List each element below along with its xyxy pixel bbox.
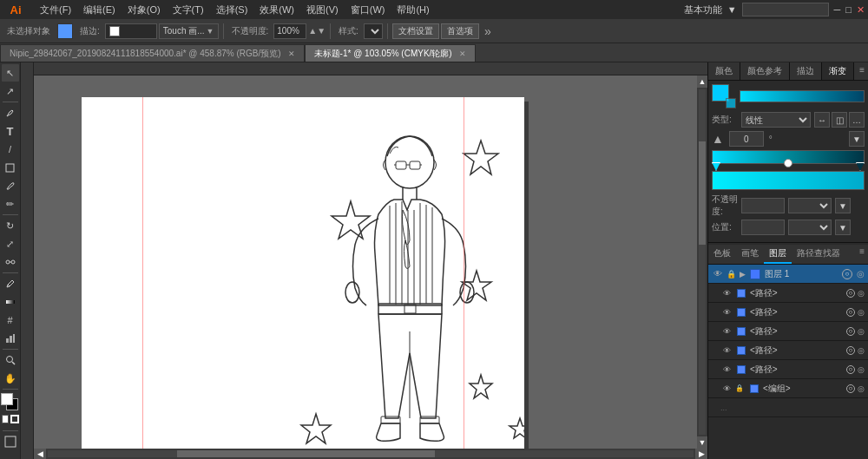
path-1-eye-icon[interactable]: 👁 — [720, 287, 733, 299]
menu-text[interactable]: 文字(T) — [168, 2, 209, 18]
panel-menu-icon[interactable]: ≡ — [856, 62, 868, 80]
gradient-to-stroke-btn[interactable]: ◫ — [832, 112, 847, 128]
path-4-eye-icon[interactable]: 👁 — [720, 344, 733, 357]
layer-item-path-4[interactable]: 👁 <路径> ○ ◎ — [708, 341, 868, 360]
gradient-reverse-btn[interactable]: ↔ — [814, 112, 830, 128]
layers-panel-menu-icon[interactable]: ≡ — [856, 245, 868, 264]
gradient-options-btn[interactable]: … — [849, 112, 865, 128]
gradient-opacity-menu[interactable]: ▼ — [835, 198, 851, 213]
menu-select[interactable]: 选择(S) — [211, 2, 253, 18]
group-target[interactable]: ○ — [846, 384, 855, 393]
scrollbar-thumb[interactable] — [177, 450, 436, 457]
more-options-icon[interactable]: » — [484, 24, 491, 38]
layers-tab-swatches[interactable]: 色板 — [708, 245, 736, 264]
gradient-type-select[interactable]: 线性 — [741, 112, 811, 128]
gradient-stop-left[interactable] — [712, 162, 720, 171]
horizontal-scrollbar[interactable]: ◀ ▶ — [34, 449, 707, 459]
path-3-eye-icon[interactable]: 👁 — [720, 325, 733, 338]
path-4-target[interactable]: ○ — [846, 346, 855, 355]
path-5-eye-icon[interactable]: 👁 — [720, 364, 733, 376]
gradient-angle-down[interactable]: ▼ — [849, 131, 865, 147]
layer-item-more[interactable]: ... — [708, 398, 868, 417]
menu-object[interactable]: 对象(O) — [122, 2, 166, 18]
gradient-cyan-bar[interactable] — [712, 171, 865, 190]
stroke-value[interactable] — [105, 23, 157, 39]
tool-line[interactable]: / — [2, 141, 19, 158]
menu-edit[interactable]: 编辑(E) — [78, 2, 121, 18]
gradient-stop-right[interactable] — [856, 162, 865, 171]
vscrollbar-thumb[interactable] — [699, 141, 706, 245]
canvas-page[interactable] — [82, 97, 524, 459]
scroll-down-btn[interactable]: ▼ — [697, 436, 707, 449]
layer-1-expand-icon[interactable]: ▶ — [740, 270, 746, 279]
window-maximize-btn[interactable]: □ — [845, 4, 852, 15]
style-select[interactable] — [364, 23, 383, 39]
layer-item-path-2[interactable]: 👁 <路径> ○ ◎ — [708, 303, 868, 322]
window-close-btn[interactable]: ✕ — [857, 4, 865, 16]
scroll-left-btn[interactable]: ◀ — [34, 449, 46, 459]
layer-item-1[interactable]: 👁 🔒 ▶ 图层 1 ○ ◎ — [708, 265, 868, 284]
tab-file-1[interactable]: Nipic_29842067_20190824111818554000.ai* … — [0, 44, 305, 62]
menu-file[interactable]: 文件(F) — [35, 2, 76, 18]
layer-item-path-3[interactable]: 👁 <路径> ○ ◎ — [708, 322, 868, 341]
path-5-target[interactable]: ○ — [846, 365, 855, 374]
canvas-area[interactable]: ◀ ▶ ▲ ▼ — [21, 62, 707, 459]
path-3-target[interactable]: ○ — [846, 327, 855, 336]
gradient-location-input[interactable] — [741, 220, 785, 235]
vscrollbar-track[interactable] — [699, 89, 706, 435]
artboard-tool[interactable] — [2, 433, 19, 450]
gradient-color-bar[interactable] — [740, 90, 865, 102]
layer-1-visibility-icon[interactable]: 👁 — [712, 268, 724, 280]
layer-item-path-5[interactable]: 👁 <路径> ○ ◎ — [708, 360, 868, 379]
vertical-scrollbar[interactable]: ▲ ▼ — [697, 75, 707, 449]
tool-mesh[interactable]: # — [2, 311, 19, 329]
tool-zoom[interactable] — [2, 351, 19, 369]
gradient-location-menu[interactable]: ▼ — [835, 220, 851, 235]
tool-scale[interactable]: ⤢ — [2, 235, 19, 252]
color-picker[interactable] — [1, 393, 20, 412]
layers-tab-pathfinder[interactable]: 路径查找器 — [792, 245, 845, 264]
scroll-up-btn[interactable]: ▲ — [697, 75, 707, 88]
path-2-target[interactable]: ○ — [846, 308, 855, 317]
doc-settings-btn[interactable]: 文档设置 — [392, 23, 439, 39]
gradient-angle-input[interactable] — [729, 131, 764, 147]
menu-window[interactable]: 窗口(W) — [345, 2, 391, 18]
panel-tab-stroke[interactable]: 描边 — [790, 62, 822, 80]
color-swatch-tool[interactable] — [57, 23, 73, 39]
tool-eyedropper[interactable] — [2, 275, 19, 292]
tool-hand[interactable]: ✋ — [2, 370, 19, 387]
tool-rectangle[interactable] — [2, 159, 19, 176]
window-minimize-btn[interactable]: ─ — [834, 4, 841, 15]
fill-indicator[interactable] — [2, 415, 10, 423]
panel-tab-color[interactable]: 颜色 — [708, 62, 740, 80]
gradient-opacity-select[interactable] — [788, 198, 832, 213]
scroll-right-btn[interactable]: ▶ — [695, 449, 707, 459]
tool-gradient[interactable] — [2, 293, 19, 311]
layer-1-target-icon[interactable]: ○ — [842, 269, 852, 279]
gradient-midpoint-handle[interactable] — [784, 159, 792, 167]
path-2-eye-icon[interactable]: 👁 — [720, 306, 733, 318]
tool-type[interactable]: T — [2, 122, 19, 140]
tool-blend[interactable] — [2, 253, 19, 271]
layers-tab-layers[interactable]: 图层 — [764, 245, 792, 264]
tool-rotate[interactable]: ↻ — [2, 217, 19, 234]
opacity-input[interactable] — [273, 23, 306, 39]
group-eye-icon[interactable]: 👁 — [720, 383, 733, 395]
layers-tab-brush[interactable]: 画笔 — [736, 245, 764, 264]
tool-direct-selection[interactable]: ↗ — [2, 82, 19, 100]
tool-paintbrush[interactable] — [2, 177, 19, 194]
path-1-target[interactable]: ○ — [846, 289, 855, 298]
layer-item-path-1[interactable]: 👁 <路径> ○ ◎ — [708, 284, 868, 303]
menu-view[interactable]: 视图(V) — [301, 2, 344, 18]
workspace-dropdown-icon[interactable]: ▼ — [727, 4, 737, 15]
stroke-indicator[interactable] — [10, 415, 18, 423]
gradient-opacity-input[interactable] — [741, 198, 785, 213]
menu-effect[interactable]: 效果(W) — [254, 2, 299, 18]
search-input[interactable] — [742, 3, 829, 16]
gradient-color-swatch[interactable] — [712, 84, 736, 108]
layer-item-group[interactable]: 👁 🔒 <编组> ○ ◎ — [708, 379, 868, 398]
tab-file-1-close[interactable]: ✕ — [288, 49, 295, 58]
preferences-btn[interactable]: 首选项 — [441, 23, 479, 39]
tab-file-2-close[interactable]: ✕ — [459, 49, 466, 58]
tool-pen[interactable] — [2, 104, 19, 121]
